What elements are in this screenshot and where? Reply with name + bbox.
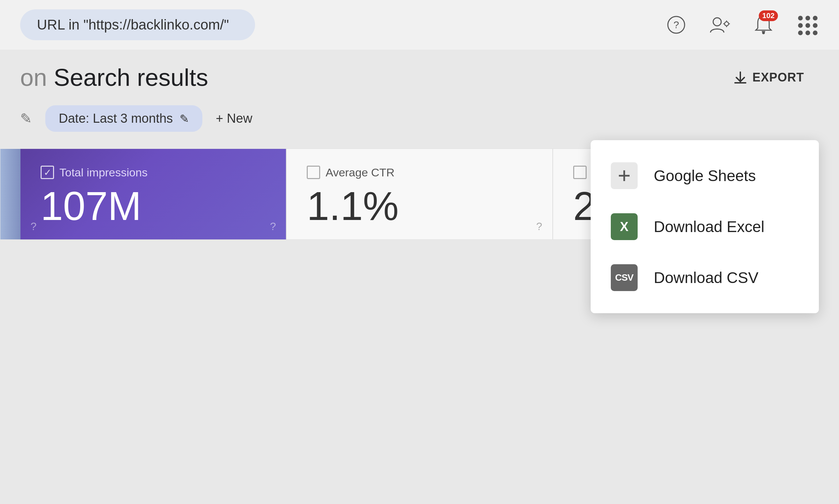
page-title-prefix: on (20, 64, 47, 91)
metric-value-ctr: 1.1% (307, 186, 532, 226)
csv-icon-text: CSV (615, 272, 634, 283)
filter-row: ✎ Date: Last 3 months ✎ + New (20, 105, 819, 132)
export-dropdown-menu: Google Sheets X Download Excel CSV Downl… (591, 140, 819, 313)
metric-label-impressions: ✓ Total impressions (40, 166, 266, 179)
apps-grid-icon-button[interactable] (796, 13, 819, 37)
checkbox-ctr[interactable] (307, 166, 320, 179)
metric-help-ctr[interactable]: ? (536, 220, 542, 233)
search-bar[interactable]: URL in "https://backlinko.com/" (20, 10, 255, 40)
header-icons: ? 102 (664, 13, 819, 37)
checkbox-impressions[interactable]: ✓ (40, 166, 54, 179)
new-filter-button[interactable]: + New (216, 111, 252, 126)
excel-icon-text: X (620, 220, 628, 234)
svg-text:?: ? (674, 19, 679, 30)
metric-name-ctr: Average CTR (326, 166, 394, 179)
google-sheets-icon (611, 162, 637, 189)
header: URL in "https://backlinko.com/" ? (0, 0, 839, 50)
user-settings-icon-button[interactable] (708, 13, 732, 37)
export-label: EXPORT (752, 70, 804, 85)
page-title-main: Search results (54, 64, 208, 91)
date-filter-edit-icon: ✎ (179, 112, 189, 125)
download-excel-label: Download Excel (654, 218, 765, 236)
help-icon-button[interactable]: ? (664, 13, 688, 37)
google-sheets-label: Google Sheets (654, 167, 756, 185)
download-excel-option[interactable]: X Download Excel (591, 201, 819, 252)
download-csv-option[interactable]: CSV Download CSV (591, 252, 819, 303)
title-row: on Search results EXPORT (20, 63, 819, 92)
metric-help-left-impressions[interactable]: ? (31, 220, 37, 233)
metric-card-ctr[interactable]: Average CTR 1.1% ? (286, 148, 553, 240)
metric-label-ctr: Average CTR (307, 166, 532, 179)
excel-icon: X (611, 213, 637, 240)
export-button[interactable]: EXPORT (719, 63, 819, 92)
grid-dots (798, 16, 816, 34)
notification-badge: 102 (759, 11, 778, 21)
google-sheets-option[interactable]: Google Sheets (591, 150, 819, 201)
csv-icon: CSV (611, 264, 637, 291)
svg-point-3 (724, 22, 729, 26)
metric-name-impressions: Total impressions (59, 166, 148, 179)
svg-point-9 (762, 32, 765, 34)
metric-value-impressions: 107M (40, 186, 266, 226)
notifications-icon-button[interactable]: 102 (752, 13, 775, 37)
filter-edit-icon[interactable]: ✎ (20, 110, 32, 127)
date-filter-label: Date: Last 3 months (59, 111, 173, 126)
svg-point-2 (713, 18, 721, 26)
search-text: URL in "https://backlinko.com/" (37, 17, 229, 33)
checkbox-third[interactable] (573, 166, 587, 179)
date-filter-chip[interactable]: Date: Last 3 months ✎ (45, 105, 203, 132)
metric-card-impressions[interactable]: ✓ Total impressions 107M ? ? (20, 148, 286, 240)
metric-help-right-impressions[interactable]: ? (270, 220, 276, 233)
download-csv-label: Download CSV (654, 269, 758, 287)
main-content: on Search results EXPORT ✎ Date: Last 3 … (0, 50, 839, 253)
export-icon (734, 71, 747, 84)
page-title: on Search results (20, 64, 208, 91)
new-filter-label: + New (216, 111, 252, 126)
